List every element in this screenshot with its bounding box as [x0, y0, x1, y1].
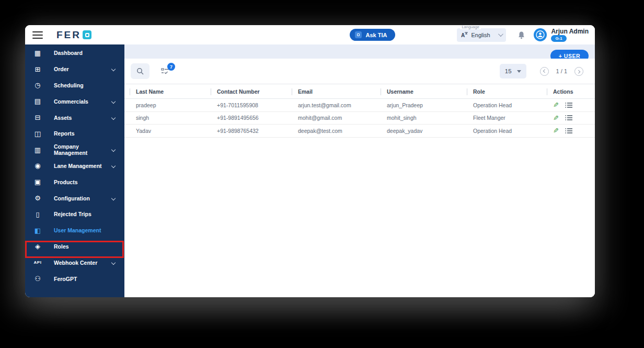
details-list-icon[interactable] — [565, 115, 572, 121]
fero-o-icon — [83, 30, 91, 39]
sidebar-item-lane-management[interactable]: ◉ Lane Management — [25, 158, 124, 174]
cell-actions: ✎ — [553, 127, 595, 134]
sidebar-item-order[interactable]: ⊞ Order — [25, 61, 124, 77]
cell-contact: +91-7011595908 — [217, 102, 298, 108]
col-header-username[interactable]: Username — [387, 88, 473, 95]
rejected-trash-icon: ▯ — [33, 211, 42, 218]
ask-tia-label: Ask TIA — [365, 32, 387, 38]
logo-text: FER — [56, 29, 81, 41]
commercials-money-icon: ▤ — [33, 98, 42, 105]
col-header-last-name[interactable]: Last Name — [136, 88, 217, 95]
company-building-icon: ▥ — [33, 147, 42, 153]
svg-text:A: A — [461, 32, 465, 38]
chevron-down-icon — [111, 99, 116, 104]
cell-last-name: Yadav — [136, 128, 217, 134]
translate-icon: A — [461, 31, 468, 38]
sidebar-item-reports[interactable]: ◫ Reports — [25, 126, 124, 142]
page-size-value: 15 — [505, 68, 512, 74]
hamburger-menu-icon[interactable] — [32, 31, 43, 39]
ask-tia-button[interactable]: Ask TIA — [350, 29, 395, 41]
cell-role: Operation Head — [473, 102, 553, 108]
col-header-actions: Actions — [553, 88, 595, 95]
cell-role: Fleet Manger — [473, 115, 553, 121]
col-header-contact-number[interactable]: Contact Number — [217, 88, 298, 95]
search-button[interactable] — [131, 63, 150, 79]
filter-button[interactable]: 7 — [161, 68, 169, 75]
edit-pencil-icon[interactable]: ✎ — [553, 101, 559, 109]
app-window: FER Ask TIA Language A English — [25, 25, 595, 297]
caret-down-icon — [517, 70, 521, 73]
table-row[interactable]: singh +91-9891495656 mohit@gmail.com moh… — [124, 112, 595, 125]
edit-pencil-icon[interactable]: ✎ — [553, 114, 559, 122]
filter-count-badge: 7 — [167, 63, 175, 71]
notification-bell-icon[interactable] — [518, 31, 525, 39]
cell-email: mohit@gmail.com — [298, 115, 387, 121]
user-management-card-icon: ◧ — [33, 227, 42, 234]
sidebar-item-user-management[interactable]: ◧ User Management — [25, 222, 124, 239]
chevron-down-icon — [498, 31, 503, 37]
cell-username: arjun_Pradeep — [387, 102, 473, 108]
order-box-icon: ⊞ — [33, 66, 42, 73]
prev-page-button[interactable] — [540, 67, 549, 76]
content-header-band: + USER — [124, 44, 595, 59]
col-header-role[interactable]: Role — [473, 88, 553, 95]
table-header-row: Last Name Contact Number Email Username … — [124, 84, 595, 99]
top-bar: FER Ask TIA Language A English — [25, 25, 595, 44]
lane-route-icon: ◉ — [33, 162, 42, 169]
table-toolbar: 7 15 1 / 1 — [124, 59, 595, 84]
cell-role: Operation Head — [473, 128, 553, 134]
cell-contact: +91-9898765432 — [217, 128, 298, 134]
user-info[interactable]: Arjun Admin G-1 — [551, 28, 589, 42]
language-label: Language — [460, 25, 480, 29]
products-box-icon: ▣ — [33, 178, 42, 185]
next-page-button[interactable] — [574, 67, 583, 76]
sidebar-item-webhook-center[interactable]: API Webhook Center — [25, 254, 124, 271]
user-role-badge: G-1 — [551, 35, 566, 42]
cell-email: deepak@test.com — [298, 128, 387, 134]
configuration-gear-icon: ⚙ — [33, 195, 42, 201]
dashboard-icon: ▦ — [33, 50, 42, 57]
tia-icon — [355, 31, 362, 38]
edit-pencil-icon[interactable]: ✎ — [553, 127, 559, 134]
assets-truck-icon: ⊟ — [33, 114, 42, 121]
content-area: + USER 7 — [124, 44, 595, 297]
col-header-email[interactable]: Email — [298, 88, 387, 95]
webhook-api-icon: API — [33, 259, 42, 266]
cell-last-name: singh — [136, 115, 217, 121]
table-row[interactable]: Yadav +91-9898765432 deepak@test.com dee… — [124, 125, 595, 138]
sidebar-item-assets[interactable]: ⊟ Assets — [25, 109, 124, 126]
table-row[interactable]: pradeep +91-7011595908 arjun.test@gmail.… — [124, 99, 595, 112]
sidebar-nav: ▦ Dashboard ⊞ Order ◷ Scheduling ▤ Comme… — [25, 44, 124, 297]
pagination: 1 / 1 — [540, 67, 583, 76]
sidebar-item-ferogpt[interactable]: ⚇ FeroGPT — [25, 271, 124, 287]
cell-username: deepak_yadav — [387, 128, 473, 134]
cell-email: arjun.test@gmail.com — [298, 102, 387, 108]
sidebar-item-rejected-trips[interactable]: ▯ Rejected Trips — [25, 206, 124, 222]
language-value: English — [471, 32, 495, 38]
language-select[interactable]: Language A English — [457, 28, 506, 42]
roles-shield-icon: ◈ — [33, 243, 42, 250]
chevron-down-icon — [111, 148, 116, 152]
chevron-down-icon — [111, 115, 116, 119]
sidebar-item-configuration[interactable]: ⚙ Configuration — [25, 190, 124, 206]
sidebar-item-commercials[interactable]: ▤ Commercials — [25, 93, 124, 109]
users-table: Last Name Contact Number Email Username … — [124, 84, 595, 138]
cell-username: mohit_singh — [387, 115, 473, 121]
fero-logo: FER — [56, 29, 91, 41]
sidebar-item-dashboard[interactable]: ▦ Dashboard — [25, 45, 124, 61]
cell-actions: ✎ — [553, 101, 595, 109]
sidebar-item-scheduling[interactable]: ◷ Scheduling — [25, 77, 124, 94]
details-list-icon[interactable] — [565, 102, 572, 108]
page-size-select[interactable]: 15 — [500, 64, 526, 78]
chevron-down-icon — [111, 261, 116, 265]
reports-doc-icon: ◫ — [33, 130, 42, 137]
sidebar-item-products[interactable]: ▣ Products — [25, 174, 124, 190]
chevron-left-icon — [543, 69, 546, 73]
cell-last-name: pradeep — [136, 102, 217, 108]
user-name: Arjun Admin — [551, 28, 589, 35]
sidebar-item-company-management[interactable]: ▥ Company Management — [25, 142, 124, 158]
details-list-icon[interactable] — [565, 128, 572, 134]
sidebar-item-roles[interactable]: ◈ Roles — [25, 239, 124, 255]
user-avatar-icon[interactable] — [534, 28, 547, 41]
chevron-down-icon — [111, 164, 116, 168]
